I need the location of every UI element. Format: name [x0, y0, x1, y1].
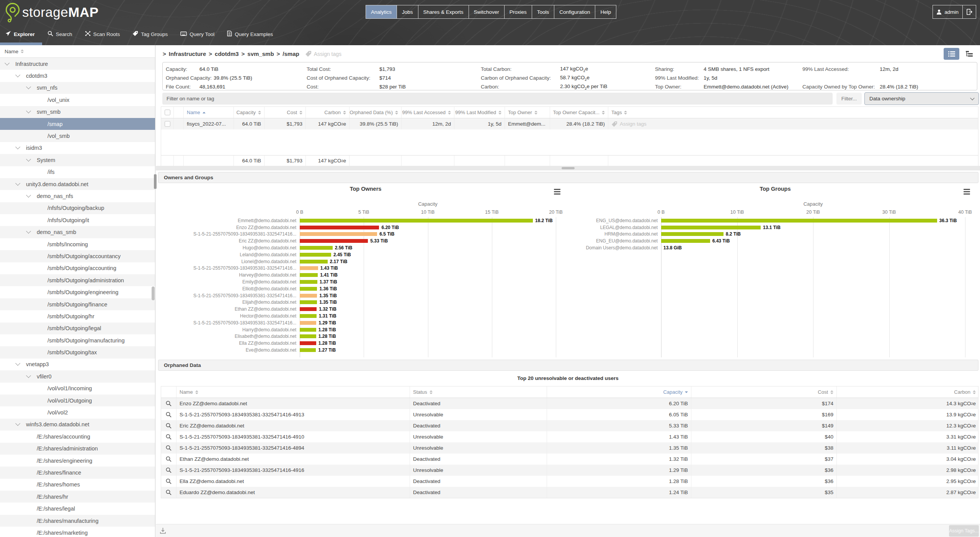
- orphaned-user-row[interactable]: S-1-5-21-2557075093-1834935381-332547141…: [161, 431, 978, 442]
- tree-item[interactable]: /smbfs/Outgoing/accounting: [0, 262, 155, 274]
- tree-item[interactable]: /smbfs/Outgoing/tax: [0, 346, 155, 358]
- bar[interactable]: [300, 253, 331, 257]
- bar[interactable]: [300, 239, 368, 243]
- caret-down-icon[interactable]: [5, 61, 10, 65]
- caret-down-icon[interactable]: [26, 229, 31, 234]
- bar[interactable]: [300, 328, 316, 332]
- bar[interactable]: [300, 246, 333, 250]
- tree-item[interactable]: /smbfs/Incoming: [0, 238, 155, 250]
- assign-tags-button[interactable]: Assign Tags...: [949, 525, 979, 537]
- filter-button[interactable]: Filter...: [836, 93, 862, 105]
- tab-jobs[interactable]: Jobs: [397, 5, 418, 18]
- orphaned-user-row[interactable]: Ella ZZ@demo.datadobi.netDeactivated1.28…: [161, 476, 978, 487]
- tree-item[interactable]: System: [0, 154, 155, 166]
- tree-item[interactable]: isidm3: [0, 142, 155, 154]
- column-header[interactable]: Tags: [608, 107, 979, 118]
- tree-item[interactable]: /smap: [0, 118, 155, 130]
- caret-down-icon[interactable]: [15, 361, 20, 366]
- panel-resize-handle[interactable]: [154, 174, 157, 189]
- tree-item[interactable]: demo_nas_nfs: [0, 190, 155, 202]
- breadcrumb-segment[interactable]: Infrastructure: [169, 51, 206, 57]
- tree-item[interactable]: /vol/vol2: [0, 406, 155, 418]
- caret-down-icon[interactable]: [15, 181, 20, 186]
- caret-down-icon[interactable]: [26, 157, 31, 162]
- caret-down-icon[interactable]: [26, 108, 31, 113]
- bar[interactable]: [661, 239, 710, 243]
- nav-item-tag-groups[interactable]: Tag Groups: [132, 31, 168, 38]
- bar[interactable]: [300, 226, 379, 229]
- caret-down-icon[interactable]: [26, 85, 31, 90]
- bar[interactable]: [300, 334, 316, 338]
- tree-item[interactable]: vfiler0: [0, 370, 155, 382]
- tab-analytics[interactable]: Analytics: [366, 5, 397, 18]
- bar[interactable]: [300, 232, 377, 236]
- orphaned-user-row[interactable]: S-1-5-21-2557075093-1834935381-332547141…: [161, 442, 978, 454]
- tree-item[interactable]: /smbfs/Outgoing/engineering: [0, 286, 155, 298]
- tree-item[interactable]: cdotdm3: [0, 70, 155, 82]
- chart-menu-icon[interactable]: [964, 189, 970, 195]
- bar[interactable]: [661, 219, 937, 223]
- cell-tags[interactable]: Assign tags: [608, 118, 979, 129]
- tree-item[interactable]: /E:/shares/homes: [0, 479, 155, 491]
- orphaned-user-row[interactable]: Ethan ZZ@demo.datadobi.netDeactivated1.3…: [161, 454, 978, 465]
- bar[interactable]: [300, 280, 317, 284]
- data-ownership-select[interactable]: Data ownership: [864, 92, 979, 105]
- tree-item[interactable]: /E:/shares/administration: [0, 443, 155, 455]
- column-header[interactable]: Cost: [265, 107, 306, 118]
- column-header[interactable]: Orphaned Data (%): [350, 107, 402, 118]
- tree-item[interactable]: vnetapp3: [0, 359, 155, 370]
- inspect-user-button[interactable]: [161, 465, 176, 476]
- orphaned-user-row[interactable]: Eduardo ZZ@demo.datadobi.netDeactivated1…: [161, 487, 978, 498]
- orphaned-user-row[interactable]: S-1-5-21-2557075093-1834935381-332547141…: [161, 409, 978, 420]
- inspect-user-button[interactable]: [161, 454, 176, 465]
- breadcrumb-segment[interactable]: /smap: [283, 51, 299, 57]
- bar[interactable]: [300, 260, 328, 264]
- column-header[interactable]: Name: [176, 386, 410, 398]
- inspect-user-button[interactable]: [161, 398, 176, 409]
- tab-switchover[interactable]: Switchover: [469, 5, 505, 18]
- bar[interactable]: [300, 321, 316, 325]
- bar[interactable]: [300, 314, 317, 318]
- tree-item[interactable]: /smbfs/Outgoing/accountancy: [0, 250, 155, 262]
- list-view-button[interactable]: [944, 48, 959, 60]
- caret-down-icon[interactable]: [15, 145, 20, 150]
- select-all-checkbox-cell[interactable]: [161, 107, 174, 118]
- breadcrumb-segment[interactable]: svm_smb: [247, 51, 274, 57]
- tree-item[interactable]: svm_smb: [0, 106, 155, 118]
- caret-down-icon[interactable]: [15, 421, 20, 426]
- column-header[interactable]: Cost: [691, 386, 837, 398]
- tree-item[interactable]: /smbfs/Outgoing/hr: [0, 310, 155, 322]
- column-header[interactable]: Carbon: [306, 107, 350, 118]
- inspect-user-button[interactable]: [161, 487, 176, 498]
- nav-item-explorer[interactable]: Explorer: [5, 31, 35, 38]
- tree-item[interactable]: /E:/shares/marketing: [0, 527, 155, 537]
- column-header[interactable]: Capacity: [234, 107, 265, 118]
- orphaned-user-row[interactable]: S-1-5-21-2557075093-1834935381-332547141…: [161, 465, 978, 476]
- bar[interactable]: [300, 348, 316, 352]
- tree-item[interactable]: /E:/shares/finance: [0, 467, 155, 478]
- column-header[interactable]: 99% Last Accessed: [402, 107, 454, 118]
- bar[interactable]: [300, 294, 317, 298]
- tab-configuration[interactable]: Configuration: [554, 5, 595, 18]
- caret-down-icon[interactable]: [26, 193, 31, 198]
- row-checkbox[interactable]: [165, 121, 170, 127]
- splitter-handle[interactable]: [562, 167, 575, 169]
- tree-item[interactable]: /ifs: [0, 166, 155, 178]
- inspect-user-button[interactable]: [161, 442, 176, 454]
- tree-item[interactable]: /E:/shares/engineering: [0, 455, 155, 467]
- tree-item[interactable]: Infrastructure: [0, 58, 155, 70]
- tree-item[interactable]: /E:/shares/hr: [0, 491, 155, 503]
- caret-down-icon[interactable]: [15, 72, 20, 77]
- bar[interactable]: [300, 307, 317, 311]
- tree-item[interactable]: /nfsfs/Outgoing/it: [0, 214, 155, 226]
- tree-item[interactable]: /smbfs/Outgoing/manufacturing: [0, 334, 155, 346]
- logout-icon[interactable]: [963, 8, 976, 15]
- storagemap-logo[interactable]: storageMAP: [5, 2, 99, 24]
- files-table-row[interactable]: fisycs_2022-07...64.0 TiB$1,793147 kgCO2…: [161, 118, 978, 129]
- nav-item-search[interactable]: Search: [47, 31, 72, 38]
- nav-item-query-examples[interactable]: Query Examples: [227, 31, 273, 38]
- tree-item[interactable]: /vol_unix: [0, 94, 155, 106]
- tree-item[interactable]: /E:/shares/manufacturing: [0, 515, 155, 527]
- tree-item[interactable]: /smbfs/Outgoing/legal: [0, 323, 155, 334]
- owners-groups-section[interactable]: Owners and Groups: [158, 172, 978, 183]
